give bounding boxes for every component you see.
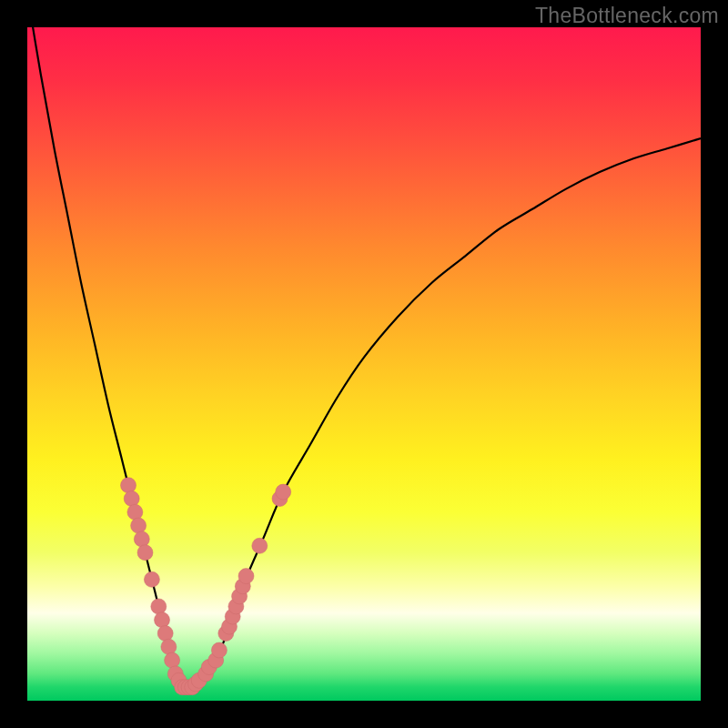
data-marker (165, 652, 180, 668)
chart-frame: TheBottleneck.com (0, 0, 728, 728)
data-marker (238, 569, 254, 584)
data-marker (155, 612, 170, 628)
chart-svg (27, 27, 701, 701)
data-marker (131, 518, 147, 533)
data-marker (252, 538, 268, 553)
data-marker (134, 531, 149, 547)
data-marker (151, 599, 167, 614)
data-marker (211, 642, 227, 658)
data-marker (137, 545, 153, 561)
curve-markers (121, 478, 291, 695)
data-marker (124, 491, 139, 507)
data-marker (157, 626, 173, 642)
data-marker (144, 571, 159, 587)
data-marker (161, 639, 177, 654)
data-marker (127, 504, 143, 520)
watermark-text: TheBottleneck.com (535, 4, 719, 28)
data-marker (121, 478, 136, 493)
plot-area (27, 27, 701, 701)
curve-line (27, 27, 701, 689)
data-marker (276, 484, 291, 500)
